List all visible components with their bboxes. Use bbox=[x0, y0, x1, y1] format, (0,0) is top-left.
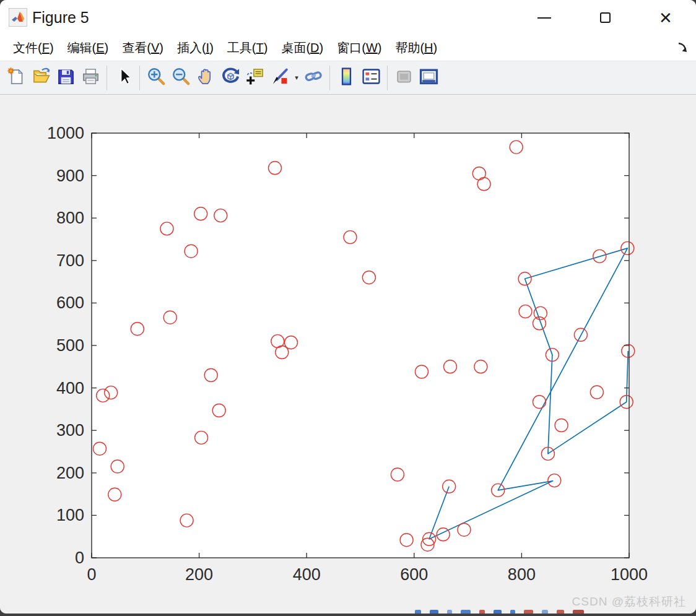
print-icon bbox=[81, 67, 100, 89]
rotate-3d-icon bbox=[221, 67, 240, 89]
menu-item-d[interactable]: 桌面(D) bbox=[274, 38, 330, 57]
disabled-panel-button bbox=[391, 64, 416, 92]
y-tick-label: 600 bbox=[56, 293, 84, 312]
brush-dropdown-caret[interactable]: ▾ bbox=[292, 64, 301, 92]
dock-arrow-icon[interactable] bbox=[675, 40, 690, 55]
pan-hand-button[interactable] bbox=[193, 64, 218, 92]
y-tick-label: 1000 bbox=[47, 124, 84, 142]
legend-button[interactable] bbox=[359, 64, 383, 92]
toolbar-separator bbox=[387, 66, 388, 90]
menu-item-w[interactable]: 窗口(W) bbox=[330, 38, 388, 57]
x-tick-label: 800 bbox=[508, 565, 536, 584]
dock-figure-icon bbox=[419, 67, 438, 89]
brush-button[interactable] bbox=[268, 64, 292, 92]
print-button[interactable] bbox=[78, 64, 103, 92]
new-figure-icon bbox=[7, 67, 26, 89]
y-tick-label: 800 bbox=[56, 209, 84, 227]
link-plot-button[interactable] bbox=[301, 64, 326, 92]
toolbar-separator bbox=[329, 66, 330, 90]
close-icon: ✕ bbox=[659, 10, 672, 26]
toolbar-separator bbox=[107, 66, 107, 90]
pointer-arrow-button[interactable] bbox=[111, 64, 136, 92]
matlab-logo-icon bbox=[9, 8, 27, 27]
zoom-in-icon bbox=[147, 67, 166, 89]
cropped-background-text-strip bbox=[415, 610, 691, 614]
dock-figure-button[interactable] bbox=[416, 64, 441, 92]
window-title: Figure 5 bbox=[32, 9, 89, 27]
y-tick-label: 700 bbox=[56, 251, 84, 270]
window-controls: ✕ bbox=[514, 0, 696, 35]
save-icon bbox=[56, 67, 76, 89]
disabled-panel-icon bbox=[394, 67, 414, 89]
menu-bar: 文件(F)编辑(E)查看(V)插入(I)工具(T)桌面(D)窗口(W)帮助(H) bbox=[0, 35, 696, 61]
figure-canvas-area: 0200400600800100001002003004005006007008… bbox=[0, 95, 696, 614]
minimize-icon bbox=[537, 17, 551, 19]
zoom-out-icon bbox=[172, 67, 191, 89]
pan-hand-icon bbox=[196, 67, 215, 89]
y-tick-label: 300 bbox=[56, 421, 84, 440]
toolbar-separator bbox=[139, 66, 140, 90]
watermark: CSDN @荔枝科研社 bbox=[572, 594, 686, 610]
y-tick-label: 900 bbox=[56, 167, 84, 185]
menu-item-v[interactable]: 查看(V) bbox=[115, 38, 170, 57]
x-tick-label: 400 bbox=[293, 565, 321, 584]
open-file-button[interactable] bbox=[28, 64, 53, 92]
pointer-arrow-icon bbox=[114, 67, 133, 89]
data-cursor-button[interactable] bbox=[243, 64, 268, 92]
plot-axes[interactable]: 0200400600800100001002003004005006007008… bbox=[0, 95, 696, 614]
colorbar-icon bbox=[337, 67, 356, 89]
data-cursor-icon bbox=[246, 67, 265, 89]
brush-icon bbox=[271, 67, 290, 89]
colorbar-button[interactable] bbox=[334, 64, 359, 92]
title-bar: Figure 5 ✕ bbox=[0, 0, 696, 35]
y-tick-label: 500 bbox=[56, 336, 84, 355]
legend-icon bbox=[362, 67, 381, 89]
figure-window: Figure 5 ✕ 文件(F)编辑(E)查看(V)插入(I)工具(T)桌面(D… bbox=[0, 0, 696, 614]
x-tick-label: 0 bbox=[87, 565, 96, 584]
menu-item-h[interactable]: 帮助(H) bbox=[388, 38, 444, 57]
zoom-out-button[interactable] bbox=[168, 64, 193, 92]
y-tick-label: 100 bbox=[56, 506, 84, 524]
y-tick-label: 200 bbox=[56, 464, 84, 482]
minimize-button[interactable] bbox=[514, 0, 575, 35]
menu-item-e[interactable]: 编辑(E) bbox=[61, 38, 116, 57]
menu-item-f[interactable]: 文件(F) bbox=[6, 38, 61, 57]
screen: Figure 5 ✕ 文件(F)编辑(E)查看(V)插入(I)工具(T)桌面(D… bbox=[0, 0, 696, 616]
new-figure-button[interactable] bbox=[4, 64, 28, 92]
menu-item-t[interactable]: 工具(T) bbox=[220, 38, 275, 57]
y-tick-label: 400 bbox=[56, 379, 84, 397]
maximize-button[interactable] bbox=[575, 0, 635, 35]
x-tick-label: 200 bbox=[185, 565, 213, 584]
zoom-in-button[interactable] bbox=[144, 64, 168, 92]
close-button[interactable]: ✕ bbox=[635, 0, 696, 35]
y-tick-label: 0 bbox=[75, 549, 84, 567]
menu-items: 文件(F)编辑(E)查看(V)插入(I)工具(T)桌面(D)窗口(W)帮助(H) bbox=[6, 40, 444, 56]
toolbar: ▾ bbox=[0, 61, 696, 95]
save-button[interactable] bbox=[53, 64, 78, 92]
link-plot-icon bbox=[304, 67, 323, 89]
x-tick-label: 1000 bbox=[611, 565, 648, 584]
rotate-3d-button[interactable] bbox=[218, 64, 243, 92]
menu-item-i[interactable]: 插入(I) bbox=[170, 38, 220, 57]
x-tick-label: 600 bbox=[400, 565, 428, 584]
maximize-icon bbox=[600, 12, 611, 23]
open-file-icon bbox=[32, 67, 51, 89]
